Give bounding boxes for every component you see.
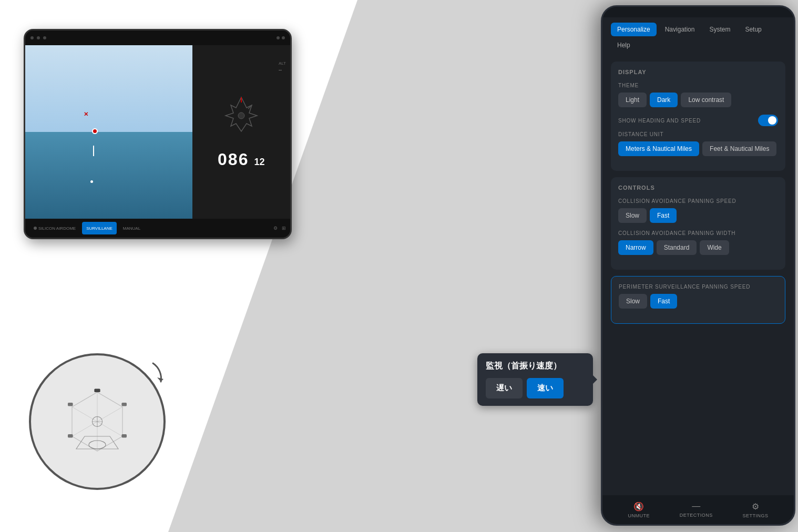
top-bar-dot-3 (43, 36, 46, 39)
alt-value: -- (279, 67, 286, 73)
panning-width-standard-btn[interactable]: Standard (657, 240, 697, 255)
svg-rect-11 (68, 403, 73, 406)
heading-value: 086 (218, 150, 249, 169)
distance-unit-label: DISTANCE UNIT (618, 131, 778, 137)
tab-navigation: Personalize Navigation System Setup Help (611, 23, 785, 52)
tab-silicon[interactable]: SILICON AIRDOME (29, 222, 80, 234)
svg-rect-12 (121, 403, 127, 406)
circle-outer-ring (29, 353, 166, 490)
perimeter-speed-slow-btn[interactable]: Slow (619, 294, 647, 309)
drone-silhouette-icon (223, 95, 260, 142)
speed-value: 12 (254, 157, 264, 168)
other-icon-left[interactable]: ⊞ (282, 226, 286, 231)
theme-lowcontrast-btn[interactable]: Low contrast (681, 93, 731, 107)
tab-navigation-btn[interactable]: Navigation (659, 23, 701, 36)
panning-speed-btn-group: Slow Fast (618, 208, 778, 223)
svg-rect-15 (94, 389, 100, 392)
nav-unmute[interactable]: 🔇 UNMUTE (628, 502, 650, 518)
tab-personalize[interactable]: Personalize (611, 23, 657, 36)
tab-label-survillane: SURVILLANE (86, 226, 112, 231)
curved-arrow-icon (121, 355, 163, 397)
tablet-bottom-bar: SILICON AIRDOME SURVILLANE MANUAL ⚙ ⊞ (25, 219, 290, 238)
top-bar-dot-5 (282, 36, 285, 39)
tab-dot-silicon (34, 227, 37, 230)
top-bar-dot-1 (30, 36, 34, 39)
phone-content-area: Personalize Navigation System Setup Help… (602, 17, 794, 495)
phone-device-right: Personalize Navigation System Setup Help… (601, 5, 795, 526)
panning-width-wide-btn[interactable]: Wide (700, 240, 729, 255)
tab-survillane[interactable]: SURVILLANE (82, 222, 117, 234)
tooltip-buttons: 遅い 速い (486, 378, 585, 398)
perimeter-speed-fast-btn[interactable]: Fast (650, 294, 677, 309)
tab-label-manual: MANUAL (123, 226, 140, 231)
theme-light-btn[interactable]: Light (618, 93, 647, 107)
marker-drop-line (93, 146, 94, 156)
perimeter-speed-btn-group: Slow Fast (619, 294, 777, 309)
panning-width-label: COLLISION AVOIDANCE PANNING WIDTH (618, 230, 778, 236)
tooltip-popup: 監視（首振り速度） 遅い 速い (477, 353, 593, 406)
theme-btn-group: Light Dark Low contrast (618, 93, 778, 107)
settings-label: SETTINGS (743, 513, 769, 518)
theme-label: THEME (618, 83, 778, 88)
settings-icon: ⚙ (752, 502, 759, 511)
tab-help[interactable]: Help (611, 38, 637, 52)
heading-speed-label: SHOW HEADING AND SPEED (618, 118, 701, 124)
heading-speed-toggle-row: SHOW HEADING AND SPEED (618, 115, 778, 126)
distance-unit-btn-group: Meters & Nautical Miles Feet & Nautical … (618, 141, 778, 156)
top-bar-dot-2 (37, 36, 40, 39)
phone-top-bar (602, 7, 794, 17)
perimeter-speed-label: PERIMETER SURVEILLANCE PANNING SPEED (619, 284, 777, 290)
tab-label-silicon: SILICON AIRDOME (38, 226, 76, 231)
svg-point-1 (238, 112, 244, 119)
panning-speed-fast-btn[interactable]: Fast (650, 208, 677, 223)
nav-detections[interactable]: — DETECTIONS (680, 502, 713, 518)
tooltip-fast-btn[interactable]: 速い (527, 378, 564, 398)
alt-label: ALT (279, 61, 286, 66)
camera-view: ✕ (25, 45, 192, 219)
sky-area (25, 45, 192, 141)
panning-speed-slow-btn[interactable]: Slow (618, 208, 647, 223)
tablet-top-bar (25, 30, 290, 45)
panning-width-btn-group: Narrow Standard Wide (618, 240, 778, 255)
unmute-icon: 🔇 (633, 502, 644, 511)
panning-width-narrow-btn[interactable]: Narrow (618, 240, 653, 255)
tablet-main-content: ✕ 086 12 ALT (25, 45, 290, 219)
sea-area (25, 132, 192, 219)
tab-manual[interactable]: MANUAL (119, 222, 145, 234)
distance-feet-btn[interactable]: Feet & Nautical Miles (702, 141, 776, 156)
top-bar-dot-4 (277, 36, 280, 39)
phone-bottom-nav: 🔇 UNMUTE — DETECTIONS ⚙ SETTINGS (602, 495, 794, 524)
unmute-label: UNMUTE (628, 513, 650, 518)
tooltip-title: 監視（首振り速度） (486, 361, 585, 372)
controls-section-title: CONTROLS (618, 185, 778, 191)
heading-speed-toggle[interactable] (758, 115, 778, 126)
panning-speed-label: COLLISION AVOIDANCE PANNING SPEED (618, 198, 778, 204)
svg-marker-4 (157, 377, 163, 382)
tab-system[interactable]: System (703, 23, 736, 36)
distance-meters-btn[interactable]: Meters & Nautical Miles (618, 141, 699, 156)
circle-diagram (29, 353, 166, 490)
tooltip-slow-btn[interactable]: 遅い (486, 378, 523, 398)
settings-icon-left[interactable]: ⚙ (273, 226, 278, 231)
theme-dark-btn[interactable]: Dark (650, 93, 678, 107)
nav-settings[interactable]: ⚙ SETTINGS (743, 502, 769, 518)
svg-rect-14 (121, 434, 127, 437)
display-section-title: DISPLAY (618, 69, 778, 75)
boat-marker-cross: ✕ (84, 111, 88, 118)
controls-section: CONTROLS COLLISION AVOIDANCE PANNING SPE… (611, 177, 785, 270)
display-section: DISPLAY THEME Light Dark Low contrast SH… (611, 62, 785, 171)
svg-rect-13 (68, 434, 73, 437)
tablet-device-left: ✕ 086 12 ALT (24, 29, 292, 239)
perimeter-section: PERIMETER SURVEILLANCE PANNING SPEED Slo… (611, 276, 785, 324)
tablet-right-panel: 086 12 ALT -- (192, 45, 290, 219)
detections-icon: — (692, 502, 700, 511)
detections-label: DETECTIONS (680, 513, 713, 518)
tab-setup[interactable]: Setup (739, 23, 768, 36)
